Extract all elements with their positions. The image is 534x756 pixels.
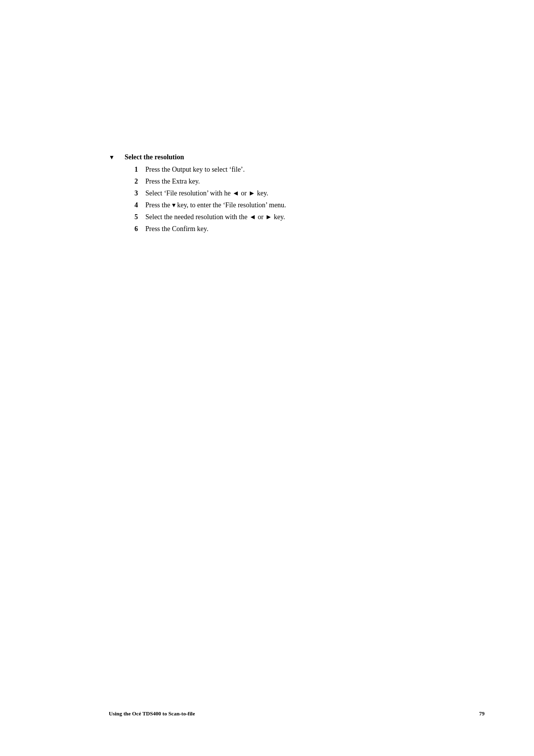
step-text: Press the Output key to select ‘file’. xyxy=(145,164,485,175)
step-number: 2 xyxy=(134,176,143,187)
step-text: Select ‘File resolution’ with he ◄ or ► … xyxy=(145,188,485,198)
page-number: 79 xyxy=(479,710,485,716)
step-number: 1 xyxy=(134,164,143,175)
section-header: ▼ Select the resolution xyxy=(109,153,485,161)
list-item: 3Select ‘File resolution’ with he ◄ or ►… xyxy=(134,188,485,198)
step-number: 4 xyxy=(134,200,143,210)
step-text: Press the Extra key. xyxy=(145,176,485,187)
step-text: Press the ▾ key, to enter the ‘File reso… xyxy=(145,200,485,210)
step-text: Select the needed resolution with the ◄ … xyxy=(145,212,485,222)
list-item: 4Press the ▾ key, to enter the ‘File res… xyxy=(134,200,485,210)
list-item: 6Press the Confirm key. xyxy=(134,224,485,234)
list-item: 1Press the Output key to select ‘file’. xyxy=(134,164,485,175)
bullet-icon: ▼ xyxy=(109,154,115,161)
step-number: 6 xyxy=(134,224,143,234)
list-item: 2Press the Extra key. xyxy=(134,176,485,187)
section-title: Select the resolution xyxy=(125,153,184,161)
steps-list: 1Press the Output key to select ‘file’.2… xyxy=(134,164,485,234)
list-item: 5Select the needed resolution with the ◄… xyxy=(134,212,485,222)
page-content: ▼ Select the resolution 1Press the Outpu… xyxy=(109,153,485,236)
step-number: 3 xyxy=(134,188,143,198)
step-text: Press the Confirm key. xyxy=(145,224,485,234)
step-number: 5 xyxy=(134,212,143,222)
footer-left-text: Using the Océ TDS400 to Scan-to-file xyxy=(109,710,195,716)
page-footer: Using the Océ TDS400 to Scan-to-file 79 xyxy=(109,710,485,716)
